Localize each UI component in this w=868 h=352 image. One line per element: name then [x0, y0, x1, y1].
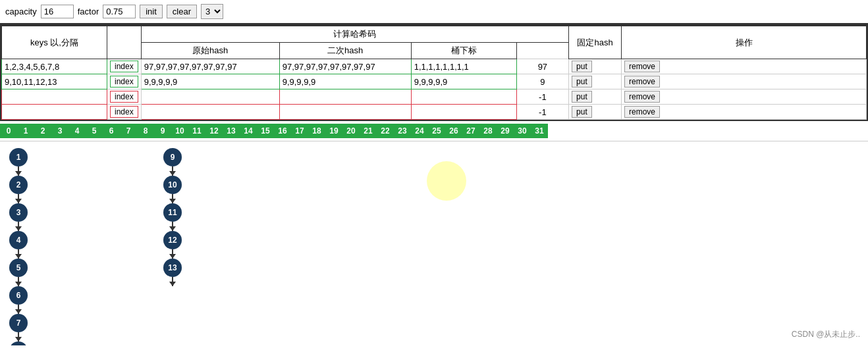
index-button[interactable]: index	[110, 91, 138, 103]
bucket-cell: 5	[86, 124, 103, 138]
cell-bucket: 1,1,1,1,1,1,1,1	[411, 59, 516, 74]
bucket-cell: 16	[274, 124, 291, 138]
cell-remove: remove	[622, 105, 867, 120]
chain-arrow	[172, 249, 173, 259]
chain-node: 9	[163, 148, 182, 166]
remove-button[interactable]: remove	[624, 106, 660, 118]
bucket-cell: 4	[68, 124, 86, 138]
chain-node: 1	[9, 148, 28, 166]
bucket-index-row: 0123456789101112131415161718192021222324…	[0, 121, 868, 141]
cell-index: index	[107, 74, 142, 89]
cell-fixed: -1	[516, 89, 568, 105]
bucket-cell: 10	[171, 124, 188, 138]
table-row: 1,2,3,4,5,6,7,8index97,97,97,97,97,97,97…	[2, 59, 867, 74]
bucket-cell: 27	[462, 124, 479, 138]
init-button[interactable]: init	[140, 5, 163, 18]
bucket-cell: 1	[17, 124, 34, 138]
remove-button[interactable]: remove	[624, 61, 660, 72]
cell-bucket	[411, 89, 516, 105]
cell-keys	[2, 89, 107, 105]
controls-bar: capacity factor init clear 3	[0, 0, 868, 24]
put-button[interactable]: put	[572, 61, 592, 72]
chain-arrow	[18, 194, 19, 203]
chain-arrow	[18, 305, 19, 314]
cell-keys: 9,10,11,12,13	[2, 74, 107, 89]
th-keys: keys 以,分隔	[2, 26, 107, 59]
bucket-cell: 18	[308, 124, 325, 138]
chain-node: 13	[163, 259, 182, 277]
bucket-cell: 3	[51, 124, 68, 138]
cell-fixed: 9	[516, 74, 568, 89]
chain-node: 2	[9, 176, 28, 194]
bucket-cell: 20	[342, 124, 360, 138]
chain-arrow	[172, 166, 173, 176]
cell-hash2	[279, 89, 411, 105]
cell-put: put	[569, 59, 622, 74]
cell-bucket: 9,9,9,9,9	[411, 74, 516, 89]
bucket-cell: 2	[34, 124, 51, 138]
cell-keys	[2, 105, 107, 120]
bucket-cell: 30	[514, 124, 531, 138]
cell-remove: remove	[622, 59, 867, 74]
remove-button[interactable]: remove	[624, 76, 660, 88]
chain-tail-arrow	[172, 277, 173, 286]
clear-button[interactable]: clear	[167, 5, 197, 18]
index-button[interactable]: index	[110, 76, 138, 88]
chain-arrow	[18, 249, 19, 259]
cell-index: index	[107, 105, 142, 120]
visualization-area: CSDN @从未止步.. 12345678910111213	[0, 141, 868, 345]
cell-fixed: 97	[516, 59, 568, 74]
put-button[interactable]: put	[572, 76, 592, 88]
mode-select[interactable]: 3	[201, 4, 223, 19]
bucket-cell: 7	[120, 124, 137, 138]
remove-button[interactable]: remove	[624, 91, 660, 103]
chain-node: 11	[163, 203, 182, 222]
bucket-cell: 23	[394, 124, 411, 138]
bucket-cell: 24	[411, 124, 428, 138]
cell-hash1: 9,9,9,9,9	[141, 74, 279, 89]
cell-hash1	[141, 89, 279, 105]
main-table-section: keys 以,分隔 计算哈希码 固定hash 操作 原始hash 二次hash …	[0, 24, 868, 121]
cell-remove: remove	[622, 74, 867, 89]
watermark: CSDN @从未止步..	[792, 329, 860, 340]
chain-node: 8	[9, 341, 28, 345]
cell-hash1: 97,97,97,97,97,97,97,97	[141, 59, 279, 74]
bucket-cell: 28	[479, 124, 497, 138]
bucket-cell: 29	[497, 124, 514, 138]
bucket-cell: 0	[0, 124, 17, 138]
cell-put: put	[569, 105, 622, 120]
bucket-cell: 21	[360, 124, 377, 138]
th-calc: 计算哈希码	[141, 26, 568, 43]
th-hash2: 二次hash	[279, 43, 411, 59]
bucket-cell: 14	[240, 124, 257, 138]
cell-bucket	[411, 105, 516, 120]
bucket-cell: 9	[154, 124, 171, 138]
cell-keys: 1,2,3,4,5,6,7,8	[2, 59, 107, 74]
hash-table: keys 以,分隔 计算哈希码 固定hash 操作 原始hash 二次hash …	[1, 26, 867, 120]
bucket-cell: 17	[291, 124, 308, 138]
bucket-cell: 8	[137, 124, 154, 138]
chain-arrow	[172, 222, 173, 231]
bucket-cell: 13	[223, 124, 240, 138]
bucket-cell: 22	[377, 124, 394, 138]
factor-label: factor	[78, 7, 99, 16]
cell-hash2: 9,9,9,9,9	[279, 74, 411, 89]
cell-hash1	[141, 105, 279, 120]
bucket-cell: 15	[257, 124, 274, 138]
capacity-input[interactable]	[41, 5, 74, 18]
capacity-label: capacity	[5, 7, 37, 16]
index-button[interactable]: index	[110, 61, 138, 72]
cell-hash2	[279, 105, 411, 120]
put-button[interactable]: put	[572, 91, 592, 103]
chain-node: 5	[9, 259, 28, 277]
th-fixed: 固定hash	[569, 26, 622, 59]
put-button[interactable]: put	[572, 106, 592, 118]
table-row: index-1putremove	[2, 89, 867, 105]
chain-arrow	[18, 222, 19, 231]
th-bucket: 桶下标	[411, 43, 516, 59]
factor-input[interactable]	[103, 5, 136, 18]
bucket-cell: 11	[188, 124, 205, 138]
chain-node: 6	[9, 286, 28, 305]
index-button[interactable]: index	[110, 106, 138, 118]
chain-arrow	[18, 332, 19, 341]
